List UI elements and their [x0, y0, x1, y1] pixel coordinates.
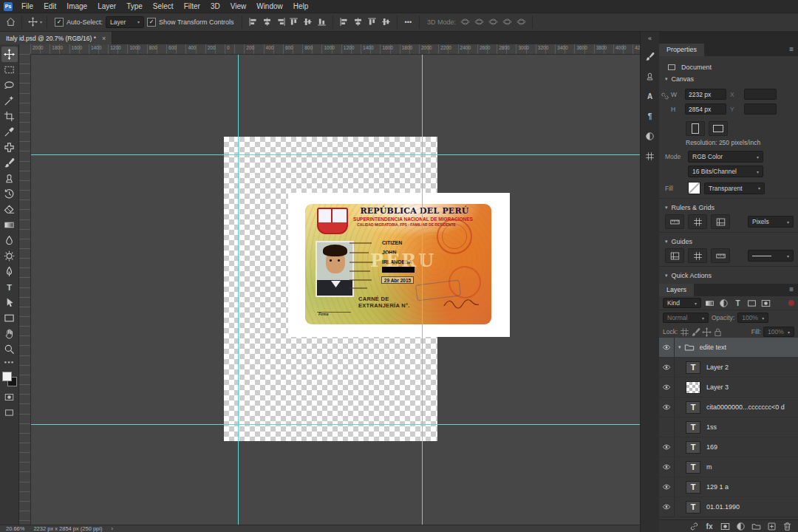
app-logo[interactable]: Ps — [4, 2, 13, 11]
portrait-orientation-button[interactable] — [686, 121, 705, 136]
layer-visibility-toggle[interactable] — [659, 497, 675, 516]
lasso-tool[interactable] — [1, 78, 18, 93]
landscape-orientation-button[interactable] — [709, 121, 728, 136]
type-tool[interactable]: T — [1, 279, 18, 295]
menu-type[interactable]: Type — [121, 0, 148, 13]
menu-window[interactable]: Window — [251, 0, 288, 13]
distribute-left-icon[interactable] — [338, 16, 350, 28]
glyphs-icon[interactable] — [644, 130, 656, 142]
lock-all-icon[interactable] — [713, 327, 723, 337]
eraser-tool[interactable] — [1, 202, 18, 217]
slide-3d-icon[interactable] — [501, 16, 514, 28]
pan-3d-icon[interactable] — [487, 16, 499, 28]
tab-layers[interactable]: Layers — [659, 284, 694, 296]
edit-toolbar-icon[interactable]: ●●● — [4, 360, 15, 364]
screen-mode-icon[interactable] — [4, 408, 14, 417]
auto-select-checkbox[interactable]: ✓ — [55, 18, 64, 27]
filter-switch-icon[interactable] — [788, 300, 794, 306]
layer-visibility-toggle[interactable] — [659, 398, 675, 417]
layer-mask-icon[interactable] — [720, 521, 730, 531]
close-tab-icon[interactable]: × — [102, 35, 106, 42]
align-right-icon[interactable] — [275, 16, 287, 28]
layer-effects-icon[interactable]: fx — [704, 521, 715, 531]
layer-visibility-toggle[interactable] — [659, 457, 675, 477]
clone-source-icon[interactable] — [644, 70, 656, 82]
auto-select-target-dropdown[interactable]: Layer▾ — [106, 16, 144, 28]
lock-transparent-icon[interactable] — [680, 327, 689, 337]
pixel-filter-icon[interactable] — [703, 297, 716, 310]
adjustment-filter-icon[interactable] — [717, 297, 730, 310]
layer-fill-input[interactable]: 100%▾ — [763, 327, 794, 337]
home-icon[interactable] — [4, 16, 17, 28]
guides-section-header[interactable]: ▾ Guides — [659, 232, 798, 248]
quick-actions-section-header[interactable]: ▾ Quick Actions — [659, 266, 798, 282]
group-expand-toggle[interactable]: ▾ — [678, 344, 681, 350]
menu-view[interactable]: View — [225, 0, 252, 13]
vertical-ruler[interactable] — [19, 54, 31, 525]
height-input[interactable]: 2854 px — [685, 103, 726, 115]
crop-tool[interactable] — [1, 109, 18, 124]
rulers-icon[interactable] — [665, 214, 684, 229]
document-tab[interactable]: Italy id.psd @ 20.7% (RGB/16) * × — [0, 32, 112, 44]
hand-tool[interactable] — [1, 326, 18, 341]
link-layers-icon[interactable] — [689, 521, 699, 531]
layer-row[interactable]: T1ss — [659, 417, 798, 437]
menu-layer[interactable]: Layer — [92, 0, 121, 13]
blend-mode-dropdown[interactable]: Normal▾ — [663, 313, 709, 323]
move-tool[interactable] — [1, 47, 18, 62]
layer-visibility-toggle[interactable] — [659, 417, 675, 437]
rectangle-tool[interactable] — [1, 310, 18, 326]
align-left-icon[interactable] — [247, 16, 259, 28]
roll-3d-icon[interactable] — [473, 16, 485, 28]
eyedropper-tool[interactable] — [1, 124, 18, 140]
tab-properties[interactable]: Properties — [659, 44, 704, 56]
bit-depth-dropdown[interactable]: 16 Bits/Channel▾ — [688, 166, 763, 177]
layer-row[interactable]: T129 1 a — [659, 477, 798, 497]
healing-brush-tool[interactable] — [1, 140, 18, 155]
libraries-icon[interactable] — [644, 150, 656, 162]
align-bottom-icon[interactable] — [316, 16, 328, 28]
layer-row[interactable]: Tcita0000000...ccccccc<0 d — [659, 398, 798, 417]
align-top-icon[interactable] — [287, 16, 300, 28]
distribute-center-h-icon[interactable] — [352, 16, 364, 28]
layer-row[interactable]: Layer 3 — [659, 378, 798, 398]
guide-horizontal[interactable] — [30, 424, 640, 425]
units-dropdown[interactable]: Pixels▾ — [748, 216, 794, 228]
adjustment-layer-icon[interactable] — [735, 521, 746, 531]
layer-row[interactable]: T169 — [659, 437, 798, 457]
width-input[interactable]: 2232 px — [685, 89, 726, 100]
type-filter-icon[interactable]: T — [732, 297, 744, 310]
lock-position-icon[interactable] — [702, 327, 712, 337]
guide-line-style-dropdown[interactable]: ▾ — [748, 250, 794, 262]
layer-row[interactable]: TLayer 2 — [659, 358, 798, 378]
new-layer-icon[interactable] — [766, 521, 777, 531]
panel-menu-icon[interactable]: ≡ — [789, 44, 798, 56]
horizontal-ruler[interactable]: 2000180016001400120010008006004002000200… — [30, 44, 640, 55]
fill-dropdown[interactable]: Transparent▾ — [704, 183, 765, 194]
fill-swatch[interactable] — [688, 182, 700, 194]
quick-selection-tool[interactable] — [1, 93, 18, 109]
layer-visibility-toggle[interactable] — [659, 477, 675, 497]
rulers-grids-section-header[interactable]: ▾ Rulers & Grids — [659, 198, 798, 214]
guide-vertical[interactable] — [422, 54, 423, 525]
layer-filter-kind-dropdown[interactable]: Kind▾ — [663, 298, 701, 308]
clone-stamp-tool[interactable] — [1, 171, 18, 186]
foreground-background-swatch[interactable] — [2, 372, 17, 386]
layer-visibility-toggle[interactable] — [659, 358, 675, 377]
paragraph-icon[interactable]: ¶ — [644, 110, 656, 122]
gradient-tool[interactable] — [1, 217, 18, 233]
history-brush-tool[interactable] — [1, 186, 18, 202]
delete-layer-icon[interactable] — [782, 521, 792, 531]
ruler-origin-corner[interactable] — [19, 44, 31, 55]
foreground-color-swatch[interactable] — [2, 372, 12, 381]
character-icon[interactable]: A — [644, 90, 656, 102]
brushes-icon[interactable] — [644, 50, 656, 62]
zoom-3d-icon[interactable] — [515, 16, 528, 28]
tool-preset-arrow-icon[interactable]: ▾ — [40, 19, 42, 24]
quick-mask-icon[interactable] — [4, 392, 14, 402]
zoom-tool[interactable] — [1, 341, 18, 357]
dodge-tool[interactable] — [1, 248, 18, 264]
layer-visibility-toggle[interactable] — [659, 338, 675, 357]
layer-visibility-toggle[interactable] — [659, 378, 675, 397]
layer-row[interactable]: Tm — [659, 457, 798, 477]
